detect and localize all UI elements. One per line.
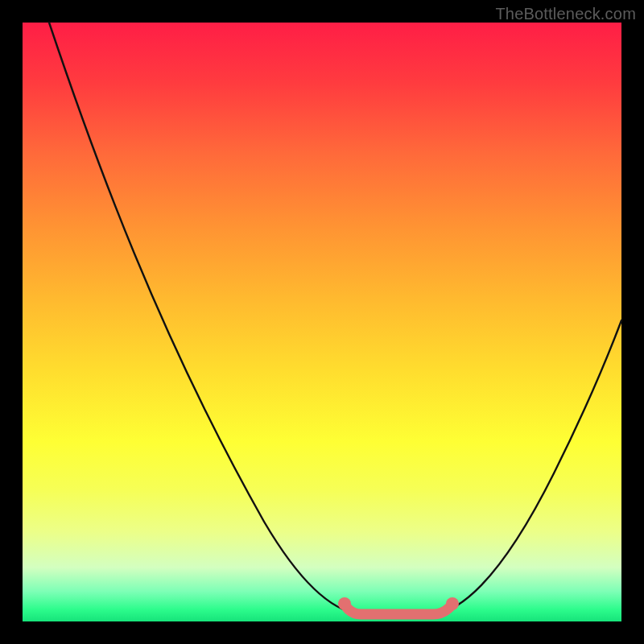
plot-area	[23, 23, 621, 621]
bottleneck-chart	[23, 23, 621, 621]
bottleneck-curve	[49, 23, 621, 614]
watermark-text: TheBottleneck.com	[495, 5, 636, 23]
sweet-spot-band	[347, 607, 450, 614]
sweet-spot-start-dot	[338, 597, 351, 610]
sweet-spot-end-dot	[446, 597, 459, 610]
